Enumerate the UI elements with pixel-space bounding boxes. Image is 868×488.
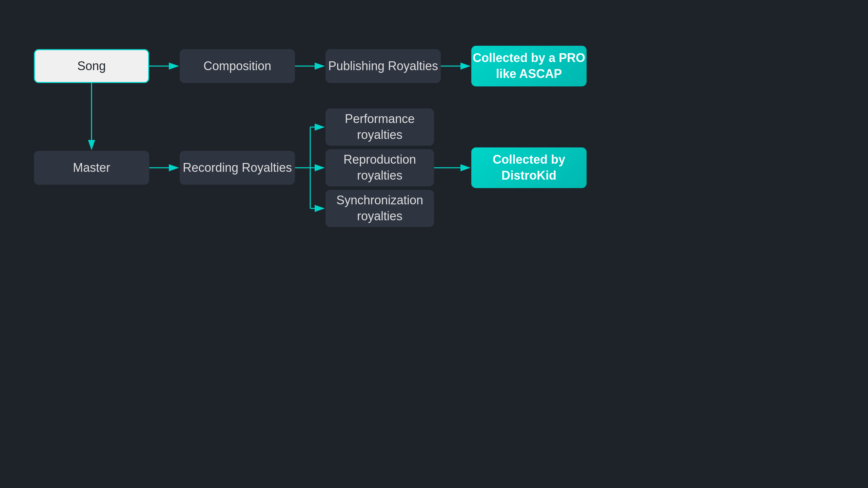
node-publishing: Publishing Royalties	[326, 49, 441, 83]
node-composition-label: Composition	[203, 58, 271, 74]
node-synchronization: Synchronization royalties	[326, 190, 434, 227]
diagram-container: Song Composition Publishing Royalties Co…	[0, 0, 868, 488]
node-master-label: Master	[73, 160, 110, 176]
node-song-label: Song	[77, 58, 106, 74]
node-performance-label: Performance royalties	[326, 111, 434, 143]
node-recording: Recording Royalties	[180, 151, 295, 185]
node-recording-label: Recording Royalties	[183, 160, 292, 176]
node-collected-distrokid-label: Collected by DistroKid	[471, 152, 587, 184]
node-composition: Composition	[180, 49, 295, 83]
node-performance: Performance royalties	[326, 108, 434, 146]
node-collected-distrokid: Collected by DistroKid	[471, 147, 587, 188]
node-publishing-label: Publishing Royalties	[328, 58, 438, 74]
node-synchronization-label: Synchronization royalties	[326, 192, 434, 224]
node-master: Master	[34, 151, 149, 185]
node-reproduction-label: Reproduction royalties	[326, 152, 434, 184]
node-song: Song	[34, 49, 149, 83]
node-collected-pro: Collected by a PRO like ASCAP	[471, 46, 587, 86]
node-reproduction: Reproduction royalties	[326, 149, 434, 186]
node-collected-pro-label: Collected by a PRO like ASCAP	[471, 50, 587, 82]
